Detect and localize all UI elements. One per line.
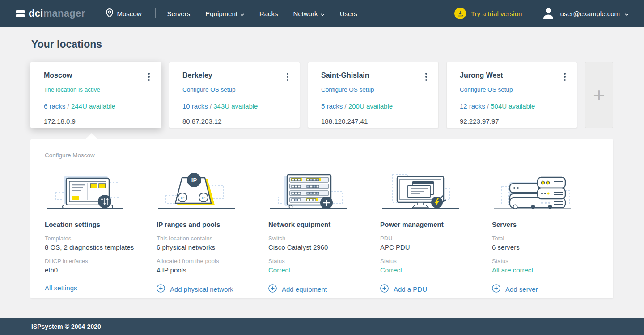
map-pin-icon (106, 8, 113, 19)
units-available: 200U available (348, 102, 393, 110)
location-name: Saint-Ghislain (321, 71, 369, 80)
logo-icon (16, 10, 25, 17)
racks-link[interactable]: 10 racks (182, 102, 208, 110)
add-location-button[interactable]: + (585, 62, 613, 128)
download-icon (454, 8, 466, 19)
location-ip: 92.223.97.97 (460, 117, 568, 125)
plus-circle-icon (268, 284, 277, 294)
section-location-settings: Location settings Templates 8 OS, 2 diag… (45, 170, 157, 294)
kebab-menu-icon[interactable] (423, 71, 429, 82)
panel-title: Configure Moscow (30, 139, 613, 159)
location-status: The location is active (44, 86, 152, 93)
navbar-right: Try a trial version user@example.com (454, 6, 629, 21)
all-settings-link[interactable]: All settings (45, 284, 157, 292)
plus-icon: + (593, 85, 605, 105)
laptop-settings-illustration (45, 170, 157, 211)
configure-location-panel: Configure Moscow (30, 139, 613, 298)
main-content: Your locations Moscow The location is ac… (0, 27, 644, 335)
svg-text:IP: IP (202, 196, 206, 200)
plus-circle-icon (157, 284, 165, 294)
trial-version-link[interactable]: Try a trial version (454, 8, 522, 19)
power-monitor-illustration (380, 170, 492, 211)
add-server-link[interactable]: Add server (492, 284, 604, 294)
location-ip: 188.120.247.41 (321, 117, 429, 125)
section-title: Location settings (45, 221, 157, 228)
svg-text:IP: IP (191, 177, 197, 184)
racks-link[interactable]: 5 racks (321, 102, 343, 110)
user-avatar-icon (542, 6, 555, 21)
section-network-equipment: Network equipment Switch Cisco Catalyst … (268, 170, 380, 294)
panel-sections: Location settings Templates 8 OS, 2 diag… (30, 159, 613, 294)
plus-circle-icon (492, 284, 500, 294)
top-navbar: dcimanager Moscow Servers Equipment Rack… (0, 0, 644, 27)
configure-os-link[interactable]: Configure OS setup (321, 86, 429, 93)
chevron-down-icon (240, 10, 244, 17)
kebab-menu-icon[interactable] (284, 71, 291, 82)
location-ip: 172.18.0.9 (44, 117, 152, 125)
copyright-text: ISPsystem © 2004-2020 (31, 323, 101, 330)
status-value: All are correct (492, 266, 604, 274)
racks-link[interactable]: 6 racks (44, 102, 65, 110)
chevron-down-icon (321, 10, 325, 17)
switch-illustration (268, 170, 380, 211)
section-title: Network equipment (268, 221, 380, 228)
section-title: Power management (380, 221, 492, 228)
main-menu: Servers Equipment Racks Network Users (167, 10, 357, 17)
configure-os-link[interactable]: Configure OS setup (460, 86, 568, 93)
location-name: Jurong West (460, 71, 503, 80)
ip-pools-illustration: IP IP IP (157, 170, 268, 211)
footer: ISPsystem © 2004-2020 (0, 318, 644, 335)
section-title: Servers (492, 221, 604, 228)
section-power-management: Power management PDU APC PDU Status Corr… (380, 170, 492, 294)
user-email: user@example.com (560, 10, 620, 17)
racks-summary: 12 racks / 504U available (460, 102, 568, 110)
location-card-jurong-west[interactable]: Jurong West Configure OS setup 12 racks … (446, 62, 577, 128)
dcimanager-app: dcimanager Moscow Servers Equipment Rack… (0, 0, 644, 335)
racks-link[interactable]: 12 racks (460, 102, 485, 110)
racks-summary: 10 racks / 343U available (182, 102, 291, 110)
section-ip-ranges: IP IP IP IP ranges and pools This locati… (157, 170, 268, 294)
add-equipment-link[interactable]: Add equipment (268, 284, 380, 294)
user-menu[interactable]: user@example.com (542, 6, 629, 21)
status-value: Correct (380, 266, 492, 274)
status-value: Correct (268, 266, 380, 274)
location-card-berkeley[interactable]: Berkeley Configure OS setup 10 racks / 3… (169, 62, 300, 128)
location-name: Berkeley (182, 71, 212, 80)
location-name: Moscow (44, 71, 72, 80)
logo-text: dcimanager (29, 8, 85, 18)
navbar-divider (155, 8, 156, 18)
nav-item-racks[interactable]: Racks (259, 10, 278, 17)
nav-item-servers[interactable]: Servers (167, 10, 191, 17)
nav-item-users[interactable]: Users (340, 10, 357, 17)
location-switcher[interactable]: Moscow (106, 8, 142, 19)
svg-text:IP: IP (181, 196, 185, 200)
add-pdu-link[interactable]: Add a PDU (380, 284, 492, 294)
kebab-menu-icon[interactable] (562, 71, 568, 82)
nav-item-equipment[interactable]: Equipment (205, 10, 244, 17)
racks-summary: 6 racks / 244U available (44, 102, 152, 110)
plus-circle-icon (380, 284, 389, 294)
page-title: Your locations (31, 39, 644, 50)
nav-item-network[interactable]: Network (293, 10, 325, 17)
location-card-moscow[interactable]: Moscow The location is active 6 racks / … (30, 62, 161, 128)
units-available: 343U available (213, 102, 258, 110)
section-servers: Servers Total 6 servers Status All are c… (492, 170, 604, 294)
units-available: 244U available (71, 102, 115, 110)
servers-illustration (492, 170, 604, 211)
kebab-menu-icon[interactable] (146, 71, 152, 82)
configure-os-link[interactable]: Configure OS setup (182, 86, 291, 93)
add-physical-network-link[interactable]: Add physical network (157, 284, 268, 294)
section-title: IP ranges and pools (157, 221, 268, 228)
chevron-down-icon (625, 10, 629, 17)
racks-summary: 5 racks / 200U available (321, 102, 429, 110)
location-cards: Moscow The location is active 6 racks / … (30, 62, 613, 128)
logo[interactable]: dcimanager (16, 8, 85, 18)
location-card-saint-ghislain[interactable]: Saint-Ghislain Configure OS setup 5 rack… (308, 62, 439, 128)
location-ip: 80.87.203.12 (182, 117, 291, 125)
current-location-label: Moscow (117, 10, 142, 17)
units-available: 504U available (491, 102, 535, 110)
